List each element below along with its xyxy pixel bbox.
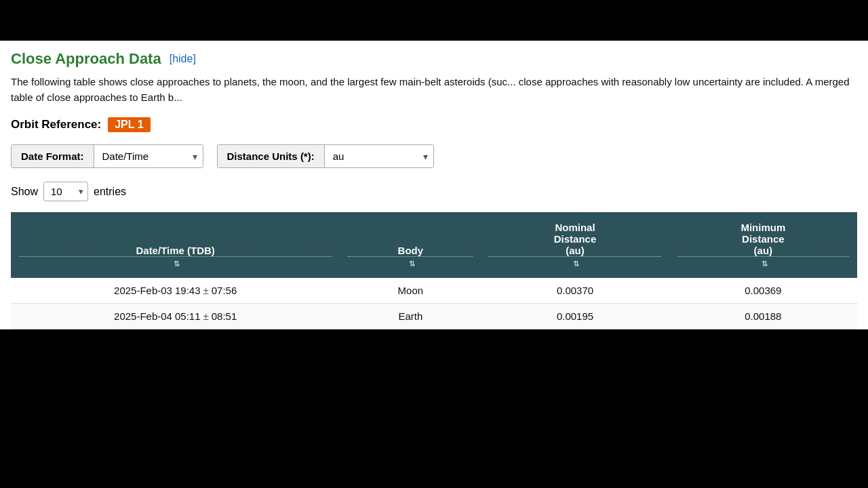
distance-units-select[interactable]: au km LD mi — [325, 145, 433, 167]
show-label-post: entries — [94, 186, 126, 198]
orbit-reference-row: Orbit Reference: JPL 1 — [11, 117, 857, 132]
cell-nominal-dist: 0.00195 — [481, 304, 669, 329]
col-min-dist-label: MinimumDistance(au) — [677, 222, 849, 257]
show-entries-row: Show 10 25 50 100 entries — [11, 182, 857, 201]
date-format-label: Date Format: — [12, 145, 94, 167]
close-approach-table: Date/Time (TDB) ⇅ Body ⇅ NominalDistance… — [11, 212, 857, 329]
pm-sign: ± — [203, 310, 209, 322]
show-select-wrapper: 10 25 50 100 — [43, 182, 88, 201]
pm-sign: ± — [203, 285, 209, 296]
sort-icon-nominal-dist: ⇅ — [573, 260, 579, 268]
time-part: 19:43 — [175, 285, 201, 296]
filters-row: Date Format: Date/Time Calendar Date Jul… — [11, 144, 857, 168]
cell-body: Earth — [340, 304, 481, 329]
col-datetime-label: Date/Time (TDB) — [19, 245, 332, 257]
col-nominal-dist[interactable]: NominalDistance(au) ⇅ — [481, 212, 669, 278]
col-body-label: Body — [348, 245, 473, 257]
date-format-select-wrapper: Date/Time Calendar Date Julian Date — [94, 145, 203, 167]
cell-nominal-dist: 0.00370 — [481, 278, 669, 304]
date-part: 2025-Feb-04 — [114, 310, 172, 322]
bottom-bar — [0, 329, 868, 357]
cell-datetime: 2025-Feb-03 19:43 ± 07:56 — [11, 278, 340, 304]
date-format-select[interactable]: Date/Time Calendar Date Julian Date — [94, 145, 203, 167]
table-row: 2025-Feb-03 19:43 ± 07:56 Moon0.003700.0… — [11, 278, 857, 304]
cell-min-dist: 0.00188 — [669, 304, 857, 329]
orbit-reference-badge: JPL 1 — [108, 117, 150, 132]
col-datetime[interactable]: Date/Time (TDB) ⇅ — [11, 212, 340, 278]
col-min-dist[interactable]: MinimumDistance(au) ⇅ — [669, 212, 857, 278]
section-description: The following table shows close approach… — [11, 75, 857, 105]
top-bar — [0, 0, 868, 41]
cell-min-dist: 0.00369 — [669, 278, 857, 304]
section-header: Close Approach Data [hide] — [11, 50, 857, 68]
time-part: 05:11 — [175, 310, 201, 322]
sort-icon-body: ⇅ — [409, 260, 415, 268]
table-body: 2025-Feb-03 19:43 ± 07:56 Moon0.003700.0… — [11, 278, 857, 329]
col-nominal-dist-label: NominalDistance(au) — [489, 222, 660, 257]
show-entries-select[interactable]: 10 25 50 100 — [44, 182, 87, 201]
date-part: 2025-Feb-03 — [114, 285, 172, 296]
main-content: Close Approach Data [hide] The following… — [0, 41, 868, 329]
uncertainty-part: 08:51 — [212, 310, 237, 322]
orbit-reference-label: Orbit Reference: — [11, 118, 101, 131]
sort-icon-datetime: ⇅ — [174, 260, 180, 268]
hide-link[interactable]: [hide] — [170, 53, 196, 65]
uncertainty-part: 07:56 — [212, 285, 237, 296]
col-body[interactable]: Body ⇅ — [340, 212, 481, 278]
date-format-group: Date Format: Date/Time Calendar Date Jul… — [11, 144, 203, 168]
distance-units-label: Distance Units (*): — [218, 145, 325, 167]
section-title: Close Approach Data — [11, 50, 161, 68]
distance-units-select-wrapper: au km LD mi — [325, 145, 433, 167]
table-header-row: Date/Time (TDB) ⇅ Body ⇅ NominalDistance… — [11, 212, 857, 278]
show-label-pre: Show — [11, 186, 38, 198]
distance-units-group: Distance Units (*): au km LD mi — [217, 144, 434, 168]
cell-body: Moon — [340, 278, 481, 304]
table-container: Date/Time (TDB) ⇅ Body ⇅ NominalDistance… — [11, 212, 857, 329]
table-row: 2025-Feb-04 05:11 ± 08:51 Earth0.001950.… — [11, 304, 857, 329]
cell-datetime: 2025-Feb-04 05:11 ± 08:51 — [11, 304, 340, 329]
sort-icon-min-dist: ⇅ — [762, 260, 768, 268]
